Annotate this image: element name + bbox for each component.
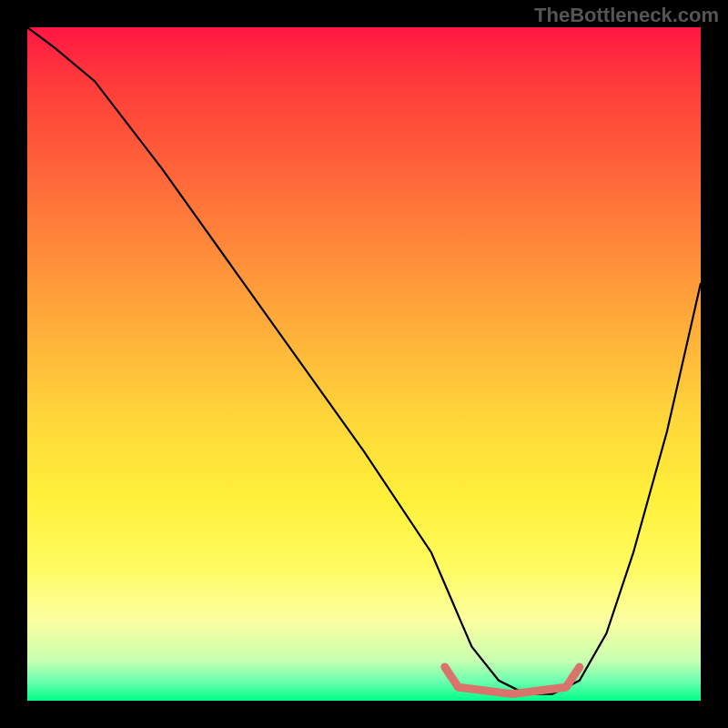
- optimum-marker: [445, 667, 580, 694]
- watermark-text: TheBottleneck.com: [534, 4, 719, 27]
- curve-line: [27, 27, 701, 694]
- chart-container: TheBottleneck.com: [0, 0, 728, 728]
- plot-area: [27, 27, 701, 701]
- chart-svg: [27, 27, 701, 701]
